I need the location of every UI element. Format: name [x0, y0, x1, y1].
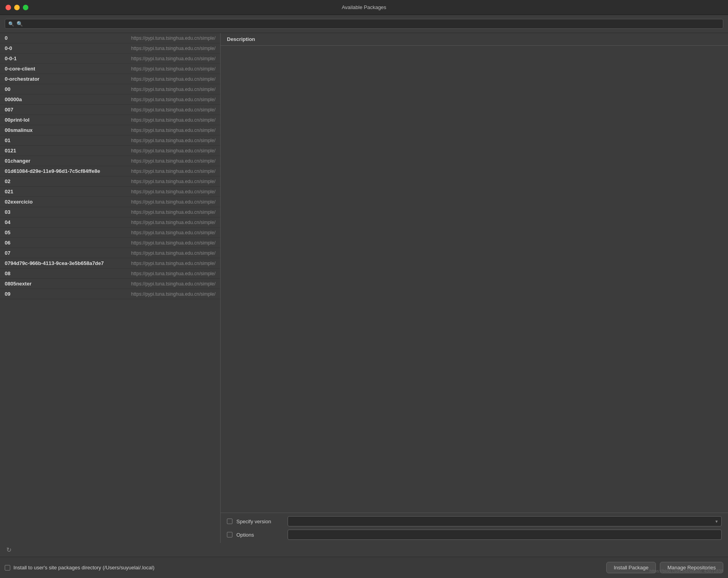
minimize-button[interactable]: [14, 5, 20, 10]
specify-version-checkbox[interactable]: [227, 519, 232, 524]
package-name: 0-0-1: [5, 56, 84, 61]
package-name: 0-core-client: [5, 66, 84, 72]
package-name: 0-0: [5, 45, 84, 51]
package-repo: https://pypi.tuna.tsinghua.edu.cn/simple…: [104, 261, 215, 266]
table-row[interactable]: 01d61084-d29e-11e9-96d1-7c5cf84ffe8ehttp…: [0, 166, 220, 176]
table-row[interactable]: 02exerciciohttps://pypi.tuna.tsinghua.ed…: [0, 197, 220, 207]
window-title: Available Packages: [342, 4, 386, 10]
package-name: 02: [5, 178, 84, 184]
table-row[interactable]: 007https://pypi.tuna.tsinghua.edu.cn/sim…: [0, 105, 220, 115]
package-repo: https://pypi.tuna.tsinghua.edu.cn/simple…: [84, 281, 215, 287]
search-container: 🔍: [0, 15, 728, 33]
close-button[interactable]: [6, 5, 11, 10]
package-name: 00print-lol: [5, 117, 84, 123]
main-content: 🔍 0https://pypi.tuna.tsinghua.edu.cn/sim…: [0, 15, 728, 578]
package-name: 0: [5, 35, 84, 41]
package-name: 09: [5, 291, 84, 297]
package-name: 04: [5, 219, 84, 225]
package-repo: https://pypi.tuna.tsinghua.edu.cn/simple…: [84, 148, 215, 154]
package-name: 05: [5, 230, 84, 235]
package-name: 00000a: [5, 96, 84, 102]
options-label: Options: [236, 532, 284, 538]
table-row[interactable]: 0https://pypi.tuna.tsinghua.edu.cn/simpl…: [0, 33, 220, 43]
package-name: 06: [5, 240, 84, 246]
refresh-icon[interactable]: ↻: [5, 545, 13, 555]
package-repo: https://pypi.tuna.tsinghua.edu.cn/simple…: [84, 138, 215, 143]
install-package-button[interactable]: Install Package: [606, 562, 656, 573]
install-user-label: Install to user's site packages director…: [13, 565, 154, 571]
table-row[interactable]: 04https://pypi.tuna.tsinghua.edu.cn/simp…: [0, 217, 220, 228]
package-name: 0121: [5, 148, 84, 154]
table-row[interactable]: 00000ahttps://pypi.tuna.tsinghua.edu.cn/…: [0, 94, 220, 105]
package-repo: https://pypi.tuna.tsinghua.edu.cn/simple…: [84, 56, 215, 61]
table-row[interactable]: 01changerhttps://pypi.tuna.tsinghua.edu.…: [0, 156, 220, 166]
install-user-checkbox[interactable]: [5, 565, 10, 571]
package-name: 007: [5, 107, 84, 113]
table-row[interactable]: 0794d79c-966b-4113-9cea-3e5b658a7de7http…: [0, 258, 220, 269]
table-row[interactable]: 0-orchestratorhttps://pypi.tuna.tsinghua…: [0, 74, 220, 84]
table-row[interactable]: 00https://pypi.tuna.tsinghua.edu.cn/simp…: [0, 84, 220, 94]
package-name: 07: [5, 250, 84, 256]
options-input[interactable]: [288, 530, 722, 540]
package-repo: https://pypi.tuna.tsinghua.edu.cn/simple…: [84, 179, 215, 184]
table-row[interactable]: 07https://pypi.tuna.tsinghua.edu.cn/simp…: [0, 248, 220, 258]
package-name: 02exercicio: [5, 199, 84, 205]
specify-version-select[interactable]: [288, 516, 722, 526]
package-name: 021: [5, 189, 84, 195]
package-name: 01changer: [5, 158, 84, 164]
footer: Install to user's site packages director…: [0, 557, 728, 578]
window-controls: [6, 5, 28, 10]
package-repo: https://pypi.tuna.tsinghua.edu.cn/simple…: [84, 87, 215, 92]
package-name: 03: [5, 209, 84, 215]
table-row[interactable]: 00smalinuxhttps://pypi.tuna.tsinghua.edu…: [0, 125, 220, 135]
table-row[interactable]: 05https://pypi.tuna.tsinghua.edu.cn/simp…: [0, 228, 220, 238]
package-repo: https://pypi.tuna.tsinghua.edu.cn/simple…: [84, 250, 215, 256]
specify-version-label: Specify version: [236, 519, 284, 524]
table-row[interactable]: 0805nexterhttps://pypi.tuna.tsinghua.edu…: [0, 279, 220, 289]
package-name: 0805nexter: [5, 281, 84, 287]
description-header: Description: [221, 33, 728, 46]
package-repo: https://pypi.tuna.tsinghua.edu.cn/simple…: [100, 169, 215, 174]
description-content: [221, 46, 728, 513]
table-row[interactable]: 0-0-1https://pypi.tuna.tsinghua.edu.cn/s…: [0, 54, 220, 64]
watermark: https://blog.csdn.net/weixin_43071838: [650, 569, 723, 573]
package-repo: https://pypi.tuna.tsinghua.edu.cn/simple…: [84, 76, 215, 82]
search-input[interactable]: [17, 21, 720, 27]
package-name: 01: [5, 137, 84, 143]
package-name: 01d61084-d29e-11e9-96d1-7c5cf84ffe8e: [5, 168, 100, 174]
table-row[interactable]: 0121https://pypi.tuna.tsinghua.edu.cn/si…: [0, 146, 220, 156]
package-name: 00: [5, 86, 84, 92]
package-repo: https://pypi.tuna.tsinghua.edu.cn/simple…: [84, 97, 215, 102]
search-icon: 🔍: [8, 21, 14, 27]
package-list-container: 0https://pypi.tuna.tsinghua.edu.cn/simpl…: [0, 33, 221, 543]
package-repo: https://pypi.tuna.tsinghua.edu.cn/simple…: [84, 128, 215, 133]
package-repo: https://pypi.tuna.tsinghua.edu.cn/simple…: [84, 158, 215, 164]
right-panel: Description Specify version ▼: [221, 33, 728, 543]
refresh-row: ↻: [0, 543, 728, 557]
table-row[interactable]: 06https://pypi.tuna.tsinghua.edu.cn/simp…: [0, 238, 220, 248]
maximize-button[interactable]: [23, 5, 28, 10]
titlebar: Available Packages: [0, 0, 728, 15]
package-repo: https://pypi.tuna.tsinghua.edu.cn/simple…: [84, 291, 215, 297]
package-repo: https://pypi.tuna.tsinghua.edu.cn/simple…: [84, 107, 215, 113]
package-repo: https://pypi.tuna.tsinghua.edu.cn/simple…: [84, 240, 215, 246]
table-row[interactable]: 021https://pypi.tuna.tsinghua.edu.cn/sim…: [0, 187, 220, 197]
package-repo: https://pypi.tuna.tsinghua.edu.cn/simple…: [84, 117, 215, 123]
package-name: 08: [5, 270, 84, 276]
package-repo: https://pypi.tuna.tsinghua.edu.cn/simple…: [84, 46, 215, 51]
options-checkbox[interactable]: [227, 532, 232, 537]
table-row[interactable]: 0-core-clienthttps://pypi.tuna.tsinghua.…: [0, 64, 220, 74]
package-repo: https://pypi.tuna.tsinghua.edu.cn/simple…: [84, 209, 215, 215]
table-row[interactable]: 01https://pypi.tuna.tsinghua.edu.cn/simp…: [0, 135, 220, 146]
package-repo: https://pypi.tuna.tsinghua.edu.cn/simple…: [84, 66, 215, 72]
split-area: 0https://pypi.tuna.tsinghua.edu.cn/simpl…: [0, 33, 728, 543]
table-row[interactable]: 09https://pypi.tuna.tsinghua.edu.cn/simp…: [0, 289, 220, 299]
table-row[interactable]: 02https://pypi.tuna.tsinghua.edu.cn/simp…: [0, 176, 220, 187]
table-row[interactable]: 0-0https://pypi.tuna.tsinghua.edu.cn/sim…: [0, 43, 220, 54]
package-name: 0-orchestrator: [5, 76, 84, 82]
table-row[interactable]: 08https://pypi.tuna.tsinghua.edu.cn/simp…: [0, 269, 220, 279]
table-row[interactable]: 00print-lolhttps://pypi.tuna.tsinghua.ed…: [0, 115, 220, 125]
specify-version-row: Specify version ▼: [227, 516, 722, 526]
package-repo: https://pypi.tuna.tsinghua.edu.cn/simple…: [84, 271, 215, 276]
table-row[interactable]: 03https://pypi.tuna.tsinghua.edu.cn/simp…: [0, 207, 220, 217]
